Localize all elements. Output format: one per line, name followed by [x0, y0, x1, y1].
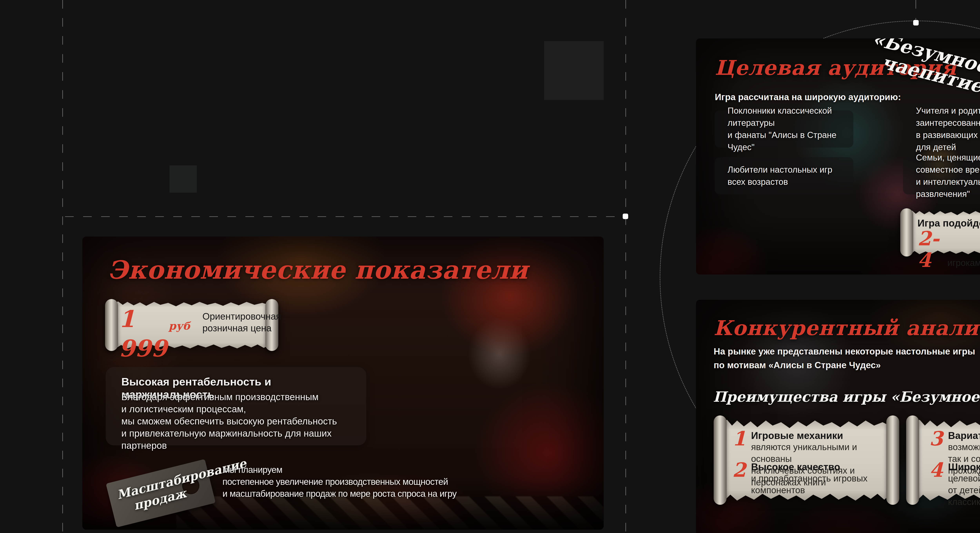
advantages-scroll-right: 3 Вариативность — возможность как совмес… [906, 418, 980, 502]
scaling-plan-text: Мы планируем постепенное увеличение прои… [223, 464, 457, 500]
audience-card-2: Любители настольных игр всех возрастов [714, 157, 853, 194]
slide-economics-title: Экономические показатели [108, 255, 528, 285]
slide-economics[interactable]: Экономические показатели 1 999 руб Ориен… [82, 237, 604, 530]
advantages-scroll-left: 1 Игровые механики являются уникальными … [714, 418, 899, 502]
price-currency: руб [169, 320, 190, 332]
audience-card-3: Учителя и родители, заинтересованные в р… [903, 110, 980, 148]
audience-subtitle: Игра рассчитана на широкую аудиторию: [715, 92, 901, 102]
price-label: Ориентировочная розничная цена [202, 310, 281, 334]
slide-audience[interactable]: Целевая аудитория «Безумное чаепитие» Иг… [696, 38, 980, 275]
slide-competitive[interactable]: Конкурентный анализ На рынке уже предста… [696, 300, 980, 533]
guide-line-vertical-circle [915, 0, 916, 21]
guide-line-horizontal [65, 216, 626, 217]
audience-card-1: Поклонники классической литературы и фан… [714, 110, 853, 148]
guide-line-vertical-center [625, 0, 626, 533]
players-count: 2-4 [918, 228, 944, 271]
advantage-item-2: 2 Высокое качество и проработанность игр… [732, 461, 899, 496]
game-fit-scroll: Игра подойдёт 2-4 игрокам 8+ лет [900, 210, 980, 255]
selection-handle-center[interactable] [623, 213, 628, 219]
profitability-card: Высокая рентабельность и маржинальность … [106, 367, 366, 445]
canvas-rectangle-small[interactable] [170, 165, 197, 193]
advantage-item-4: 4 Широкий охват целевой аудитории — от д… [929, 461, 980, 508]
price-scroll: 1 999 руб Ориентировочная розничная цена [105, 301, 278, 349]
profitability-text: Благодаря эффективным производственным и… [121, 391, 366, 452]
design-canvas: Экономические показатели 1 999 руб Ориен… [0, 0, 980, 533]
advantages-heading: Преимущества игры «Безумное чаепитие» [713, 388, 980, 405]
canvas-rectangle-large[interactable] [544, 41, 604, 100]
audience-card-4: Семьи, ценящие совместное время и интелл… [903, 157, 980, 194]
guide-line-vertical-left [62, 0, 63, 533]
slide-competitive-title: Конкурентный анализ [714, 316, 980, 340]
selection-handle-circle-top[interactable] [913, 20, 919, 25]
price-value: 1 999 [119, 304, 167, 363]
players-label: игрокам [947, 258, 980, 268]
competitive-subtitle: На рынке уже представлены некоторые наст… [714, 344, 975, 372]
